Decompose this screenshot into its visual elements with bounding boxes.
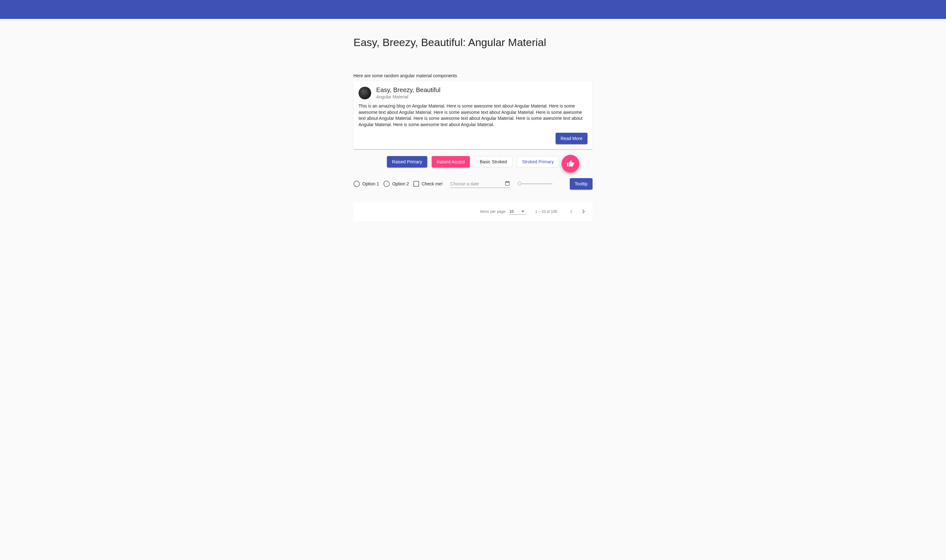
raised-primary-button[interactable]: Raised Primary	[387, 156, 427, 168]
button-row: Raised Primary Raised Accent Basic Strok…	[354, 156, 592, 168]
page-title: Easy, Breezy, Beautiful: Angular Materia…	[354, 36, 592, 49]
radio-icon	[354, 181, 360, 187]
card-header: Easy, Breezy, Beautiful Angular Material	[358, 86, 588, 99]
tooltip-button[interactable]: Tooltip	[570, 178, 592, 189]
page-size-value: 10	[509, 209, 514, 214]
radio-label: Option 1	[362, 181, 379, 186]
calendar-icon[interactable]	[505, 181, 510, 186]
chevron-left-icon	[570, 210, 572, 214]
content-container: Easy, Breezy, Beautiful: Angular Materia…	[354, 19, 592, 221]
radio-option-2[interactable]: Option 2	[383, 181, 409, 187]
items-per-page-label: Items per page:	[480, 209, 506, 214]
card-subtitle: Angular Material	[376, 94, 440, 99]
checkbox-icon	[414, 181, 419, 187]
card-content: This is an amazing blog on Angular Mater…	[358, 103, 588, 128]
radio-label: Option 2	[392, 181, 409, 186]
slider-track	[518, 183, 552, 184]
card-actions: Read More	[358, 133, 588, 144]
blog-card: Easy, Breezy, Beautiful Angular Material…	[354, 82, 592, 149]
basic-stroked-button[interactable]: Basic Stroked	[474, 156, 512, 168]
paginator: Items per page: 10 1 – 10 of 100	[354, 202, 592, 221]
slider[interactable]	[518, 181, 552, 187]
avatar	[358, 87, 371, 99]
controls-row: Option 1 Option 2 Check me! Tooltip	[354, 178, 592, 189]
thumb-up-icon	[567, 160, 574, 168]
radio-group: Option 1 Option 2	[354, 181, 409, 187]
date-input[interactable]	[450, 180, 510, 188]
slider-thumb[interactable]	[518, 182, 521, 185]
previous-page-button[interactable]	[565, 205, 577, 218]
checkbox-check-me[interactable]: Check me!	[414, 181, 443, 187]
datepicker-field	[450, 180, 510, 188]
stroked-primary-button[interactable]: Stroked Primary	[517, 156, 559, 168]
app-toolbar	[0, 0, 946, 19]
raised-accent-button[interactable]: Raised Accent	[432, 156, 470, 168]
fab-button[interactable]	[561, 155, 579, 172]
radio-icon	[383, 181, 390, 187]
radio-option-1[interactable]: Option 1	[354, 181, 379, 187]
range-label: 1 – 10 of 100	[535, 209, 557, 214]
dropdown-arrow-icon	[521, 211, 525, 212]
intro-text: Here are some random angular material co…	[354, 73, 592, 78]
next-page-button[interactable]	[577, 205, 590, 218]
read-more-button[interactable]: Read More	[555, 133, 588, 144]
page-size-select[interactable]: 10	[509, 209, 526, 215]
card-title: Easy, Breezy, Beautiful	[376, 86, 440, 94]
checkbox-label: Check me!	[421, 181, 443, 186]
chevron-right-icon	[582, 210, 585, 214]
